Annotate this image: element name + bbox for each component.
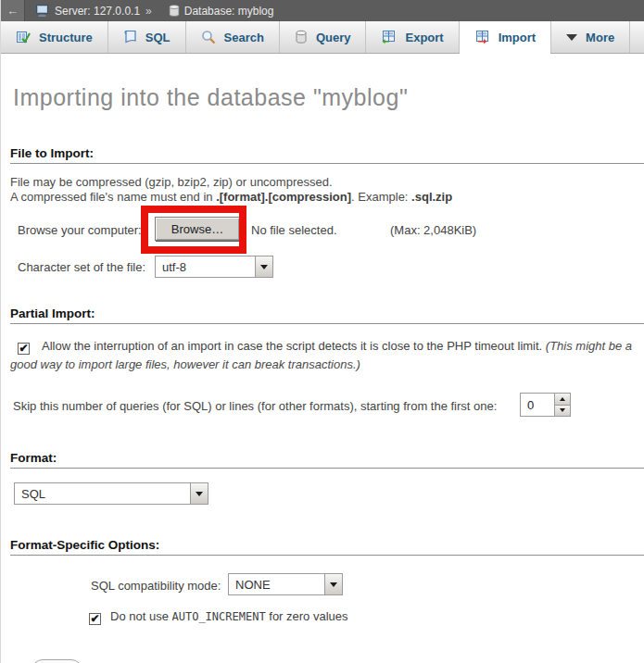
- sql-icon: [123, 30, 137, 44]
- go-button[interactable]: Go: [32, 659, 82, 663]
- chevron-down-icon[interactable]: [324, 574, 342, 594]
- auto-increment-label: Do not use AUTO_INCREMENT for zero value…: [110, 609, 348, 623]
- tab-search[interactable]: Search: [186, 21, 280, 53]
- skip-queries-stepper[interactable]: 0: [520, 393, 571, 417]
- charset-select[interactable]: utf-8: [155, 256, 273, 278]
- search-icon: [201, 30, 216, 44]
- tab-label: More: [586, 31, 614, 44]
- database-icon: [169, 5, 180, 17]
- charset-selected-value: utf-8: [156, 256, 255, 277]
- allow-interrupt-row: ✔Allow the interruption of an import in …: [1, 337, 637, 374]
- tab-label: Export: [405, 31, 443, 44]
- breadcrumb-server[interactable]: Server: 127.0.0.1: [55, 5, 140, 18]
- section-partial-import: Partial Import:: [10, 306, 644, 324]
- tab-label: Query: [316, 31, 351, 44]
- skip-queries-value[interactable]: 0: [521, 394, 554, 416]
- section-file-to-import: File to Import:: [10, 146, 644, 164]
- server-icon: [36, 5, 50, 17]
- sql-compat-label: SQL compatibility mode:: [91, 579, 221, 593]
- sql-compat-selected-value: NONE: [229, 574, 324, 594]
- structure-icon: [16, 30, 31, 44]
- export-icon: [381, 30, 397, 44]
- browse-button[interactable]: Browse…: [155, 217, 240, 241]
- skip-queries-row: Skip this number of queries (for SQL) or…: [1, 393, 644, 418]
- tab-more[interactable]: More: [551, 21, 630, 53]
- breadcrumb-separator: »: [145, 5, 152, 18]
- format-select[interactable]: SQL: [14, 482, 208, 505]
- tab-export[interactable]: Export: [366, 21, 459, 53]
- browse-label: Browse your computer:: [18, 223, 142, 237]
- charset-label: Character set of the file:: [18, 260, 145, 274]
- section-format: Format:: [10, 451, 644, 469]
- sql-compat-row: SQL compatibility mode: NONE: [1, 573, 644, 597]
- stepper-down-button[interactable]: [555, 406, 570, 417]
- query-icon: [295, 30, 308, 44]
- allow-interrupt-label: Allow the interruption of an import in c…: [42, 339, 546, 353]
- chevron-down-icon: [566, 34, 577, 41]
- chevron-down-icon[interactable]: [190, 483, 208, 504]
- file-upload-row: Browse your computer: Browse… No file se…: [1, 217, 644, 244]
- tab-sql[interactable]: SQL: [108, 21, 186, 53]
- breadcrumb-database[interactable]: Database: myblog: [184, 5, 274, 18]
- format-selected-value: SQL: [15, 483, 190, 504]
- back-arrow-icon[interactable]: ←: [1, 0, 25, 21]
- page-title: Importing into the database "myblog": [13, 84, 644, 111]
- import-icon: [474, 30, 490, 44]
- allow-interrupt-checkbox[interactable]: ✔: [18, 343, 30, 355]
- tab-query[interactable]: Query: [280, 21, 367, 53]
- format-row: SQL: [1, 482, 644, 506]
- auto-increment-row: ✔Do not use AUTO_INCREMENT for zero valu…: [89, 609, 644, 625]
- compression-info: File may be compressed (gzip, bzip2, zip…: [10, 175, 635, 205]
- tab-label: Search: [224, 31, 264, 44]
- breadcrumb: ← Server: 127.0.0.1 » Database: myblog: [1, 0, 644, 21]
- tab-bar: Structure SQL Search Query: [1, 21, 644, 54]
- tab-label: Import: [499, 31, 536, 44]
- section-format-specific-options: Format-Specific Options:: [10, 538, 644, 556]
- tab-structure[interactable]: Structure: [1, 21, 108, 53]
- skip-queries-label: Skip this number of queries (for SQL) or…: [13, 399, 497, 413]
- no-file-text: No file selected.: [251, 223, 337, 237]
- tab-label: SQL: [145, 31, 170, 44]
- chevron-down-icon[interactable]: [255, 256, 272, 277]
- tab-label: Structure: [39, 31, 93, 44]
- import-page: Importing into the database "myblog" Fil…: [1, 84, 644, 663]
- tab-import[interactable]: Import: [460, 21, 551, 53]
- sql-compat-select[interactable]: NONE: [228, 573, 343, 595]
- auto-increment-checkbox[interactable]: ✔: [89, 613, 101, 625]
- charset-row: Character set of the file: utf-8: [1, 256, 644, 279]
- max-size-text: (Max: 2,048KiB): [390, 223, 476, 237]
- stepper-up-button[interactable]: [555, 394, 570, 406]
